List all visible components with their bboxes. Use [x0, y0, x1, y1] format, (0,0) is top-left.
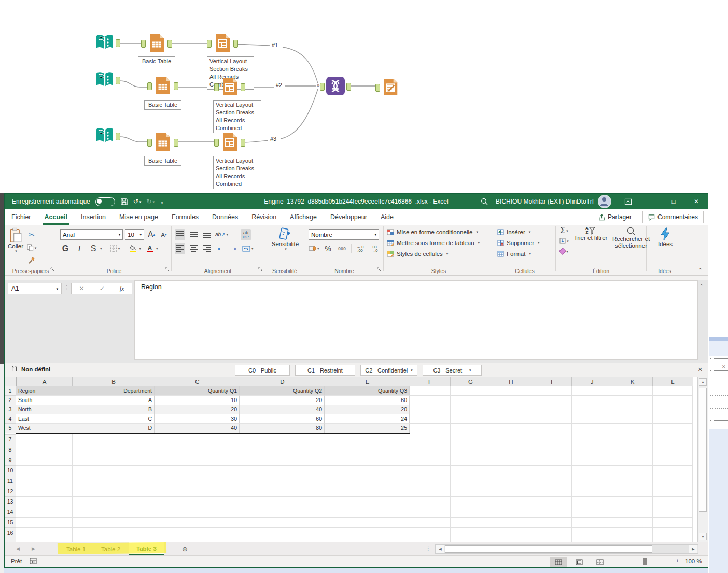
output-anchor[interactable]: [233, 40, 238, 48]
collapse-formula-bar-icon[interactable]: ⌃: [699, 283, 704, 289]
union-tool[interactable]: »: [326, 76, 345, 96]
minimize-button[interactable]: ─: [639, 194, 662, 209]
input-anchor[interactable]: [207, 40, 212, 48]
row-header[interactable]: 5: [5, 424, 16, 433]
scroll-up-icon[interactable]: ▲: [699, 378, 707, 386]
classification-c2-button[interactable]: C2 - Confidentiel▾: [360, 365, 417, 376]
row-header[interactable]: 8: [5, 445, 16, 455]
tool-annotation[interactable]: Basic Table: [144, 100, 181, 110]
next-sheet-icon[interactable]: ▶: [32, 546, 35, 551]
cell-c2[interactable]: 10: [155, 396, 240, 405]
tab-fichier[interactable]: Fichier: [5, 209, 38, 225]
cell-styles-button[interactable]: Styles de cellules ▾: [387, 248, 492, 259]
align-center-button[interactable]: [188, 243, 199, 254]
percent-style-button[interactable]: %: [323, 243, 333, 254]
sort-filter-button[interactable]: AZ Trier et filtrer: [573, 226, 608, 255]
cell-e2[interactable]: 60: [325, 396, 410, 405]
column-header-e[interactable]: E: [325, 377, 410, 386]
row-header[interactable]: 14: [5, 507, 16, 518]
column-header-c[interactable]: C: [155, 377, 240, 386]
tab-revision[interactable]: Révision: [245, 209, 283, 225]
cell-e3[interactable]: 20: [325, 405, 410, 414]
row-header[interactable]: 16: [5, 528, 16, 538]
ribbon-display-options-icon[interactable]: [617, 194, 639, 209]
align-right-button[interactable]: [202, 243, 212, 254]
row-header[interactable]: 15: [5, 518, 16, 528]
zoom-slider-thumb[interactable]: [643, 558, 647, 565]
select-all-corner[interactable]: [5, 377, 17, 386]
output-anchor[interactable]: [116, 77, 120, 84]
comments-button[interactable]: Commentaires: [642, 211, 704, 223]
tab-mise-en-page[interactable]: Mise en page: [113, 209, 165, 225]
row-header[interactable]: 1: [5, 386, 16, 396]
font-family-select[interactable]: Arial▾: [60, 229, 123, 240]
render-output-tool[interactable]: [381, 77, 401, 97]
input-anchor[interactable]: [214, 139, 219, 147]
find-select-button[interactable]: Rechercher et sélectionner: [612, 226, 650, 255]
scrollbar-drag-handle[interactable]: ⋮: [426, 546, 431, 551]
tool-annotation-multiline[interactable]: Vertical Layout Section Breaks All Recor…: [213, 100, 261, 133]
row-header[interactable]: 11: [5, 476, 16, 486]
save-icon[interactable]: [120, 198, 128, 206]
zoom-out-icon[interactable]: −: [612, 557, 616, 564]
output-anchor[interactable]: [116, 39, 120, 47]
input-data-tool-3[interactable]: [95, 126, 115, 146]
dialog-launcher-icon[interactable]: [258, 265, 262, 274]
cell-e1[interactable]: Quantity Q3: [325, 386, 410, 396]
cell-d4[interactable]: 60: [240, 414, 325, 424]
align-middle-button[interactable]: [188, 229, 199, 240]
cut-button[interactable]: ✂: [26, 229, 37, 240]
row-header[interactable]: 2: [5, 396, 16, 405]
confirm-entry-icon[interactable]: ✓: [100, 285, 105, 292]
macro-record-icon[interactable]: [30, 558, 37, 565]
input-anchor[interactable]: [214, 83, 219, 91]
search-icon[interactable]: [473, 194, 496, 209]
italic-button[interactable]: I: [74, 243, 85, 254]
vertical-layout-tool-3[interactable]: [220, 132, 240, 152]
output-anchor[interactable]: [241, 139, 245, 147]
cell-b2[interactable]: A: [72, 396, 155, 405]
cell-b3[interactable]: B: [72, 405, 155, 414]
column-header-l[interactable]: L: [653, 377, 693, 386]
collapse-ribbon-icon[interactable]: ⌃: [698, 267, 703, 273]
increase-font-icon[interactable]: A▴: [146, 229, 157, 240]
borders-button[interactable]: ▾: [110, 243, 120, 254]
tab-accueil[interactable]: Accueil: [38, 209, 74, 225]
sheet-tab-table2[interactable]: Table 2: [94, 542, 128, 555]
cell-b1[interactable]: Department: [72, 386, 155, 396]
column-header-b[interactable]: B: [73, 377, 155, 386]
clear-button[interactable]: ▾: [559, 247, 569, 255]
paste-button[interactable]: Coller ▾: [8, 227, 23, 266]
close-button[interactable]: ✕: [685, 194, 708, 209]
decrease-decimal-button[interactable]: .00→.0: [369, 243, 380, 254]
basic-table-tool-3[interactable]: [153, 132, 173, 152]
page-break-view-button[interactable]: [592, 557, 608, 567]
cell-d1[interactable]: Quantity Q2: [240, 386, 325, 396]
new-sheet-icon[interactable]: ⊕: [180, 544, 190, 554]
input-anchor[interactable]: [141, 40, 146, 48]
prev-sheet-icon[interactable]: ◀: [16, 546, 20, 551]
decrease-font-icon[interactable]: A▾: [159, 229, 169, 240]
format-as-table-button[interactable]: Mettre sous forme de tableau ▾: [387, 237, 492, 248]
formula-input[interactable]: Region: [134, 280, 698, 360]
comma-style-button[interactable]: 000: [337, 243, 347, 254]
format-painter-button[interactable]: [26, 255, 37, 266]
cancel-entry-icon[interactable]: ✕: [79, 285, 85, 292]
sheet-tab-table1[interactable]: Table 1: [59, 542, 93, 555]
cell-c1[interactable]: Quantity Q1: [155, 386, 240, 396]
basic-table-tool-1[interactable]: [147, 33, 166, 53]
grid-body[interactable]: 1 2 3 4 5 7 8 9 10 11 12 13 14 15 16 Reg…: [5, 386, 693, 542]
font-size-select[interactable]: 10▾: [125, 229, 144, 240]
output-anchor[interactable]: [346, 83, 351, 91]
cell-a5[interactable]: West: [16, 424, 72, 433]
horizontal-scroll-thumb[interactable]: [445, 545, 652, 553]
tab-formules[interactable]: Formules: [165, 209, 205, 225]
row-header[interactable]: 7: [5, 435, 16, 445]
classification-close-icon[interactable]: ✕: [698, 366, 703, 373]
cell-b5[interactable]: D: [72, 424, 155, 433]
cell-c3[interactable]: 20: [155, 405, 240, 414]
align-bottom-button[interactable]: [202, 229, 212, 240]
output-anchor[interactable]: [174, 139, 178, 147]
normal-view-button[interactable]: [550, 557, 567, 567]
accounting-format-button[interactable]: ▾: [309, 243, 319, 254]
